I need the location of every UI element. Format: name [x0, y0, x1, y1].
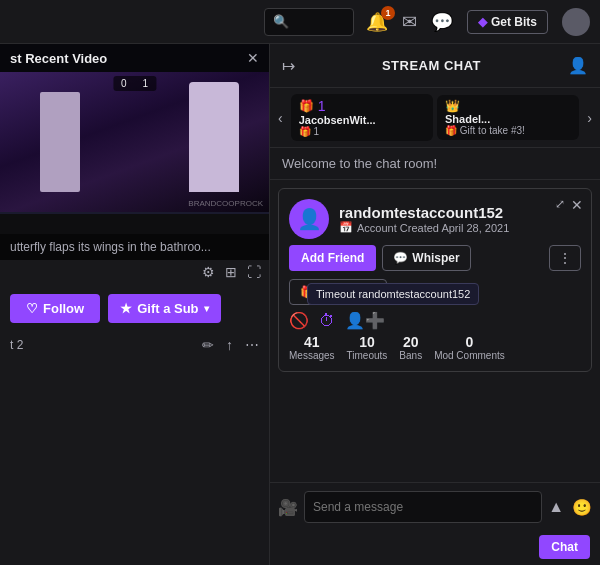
chat-send-button[interactable]: Chat — [539, 535, 590, 559]
get-bits-button[interactable]: ◆ Get Bits — [467, 10, 548, 34]
account-created-text: Account Created April 28, 2021 — [357, 222, 509, 234]
camera-icon[interactable]: 🎥 — [278, 498, 298, 517]
video-card-header: st Recent Video ✕ — [0, 44, 269, 72]
crown-icon-2: 👑 — [445, 99, 460, 113]
ban-history-icon[interactable]: 🚫 — [289, 311, 309, 330]
bottom-username: t 2 — [10, 338, 23, 352]
top-navigation: 🔍 🔔 1 ✉ 💬 ◆ Get Bits — [0, 0, 600, 44]
chat-button-label: Chat — [551, 540, 578, 554]
timeout-tooltip: Timeout randomtestaccount152 — [307, 283, 479, 305]
stats-row: 41 Messages 10 Timeouts 20 Bans 0 Mod Co… — [289, 334, 581, 361]
chat-input-icons: ▲ 🙂 — [548, 498, 592, 517]
stream-chat-title: STREAM CHAT — [382, 58, 481, 73]
stat-bans-label: Bans — [399, 350, 422, 361]
gift-donor-2: Shadel... — [445, 113, 571, 125]
user-card-username: randomtestaccount152 — [339, 204, 509, 221]
gift-badge-1: 1 — [318, 98, 326, 114]
chat-header: ↦ STREAM CHAT 👤 — [270, 44, 600, 88]
share-icon[interactable]: ↑ — [226, 337, 233, 353]
stat-mod-comments-number: 0 — [434, 334, 505, 350]
upload-icon[interactable]: ▲ — [548, 498, 564, 517]
chat-bottom-row: Chat — [270, 531, 600, 565]
action-buttons: Add Friend 💬 Whisper ⋮ — [289, 245, 581, 271]
main-area: st Recent Video ✕ 0 1 BRANDCOOPROCK utte… — [0, 44, 600, 565]
right-panel: ↦ STREAM CHAT 👤 ‹ 🎁 1 JacobsenWit... 🎁 1 — [270, 44, 600, 565]
video-caption: utterfly flaps its wings in the bathroo.… — [0, 234, 269, 260]
score-left: 0 — [121, 78, 127, 89]
follow-label: Follow — [43, 301, 84, 316]
more-options-button[interactable]: ⋮ — [549, 245, 581, 271]
search-bar[interactable]: 🔍 — [264, 8, 354, 36]
video-card: st Recent Video ✕ 0 1 BRANDCOOPROCK — [0, 44, 269, 214]
close-user-card-button[interactable]: ✕ — [571, 197, 583, 213]
stat-bans: 20 Bans — [399, 334, 422, 361]
chat-user-icon[interactable]: 👤 — [568, 56, 588, 75]
tooltip-row: 🚫 ⏱ 👤➕ Timeout randomtestaccount152 — [289, 311, 581, 330]
gift-sub-icon-1: 🎁 — [299, 126, 311, 137]
whisper-button[interactable]: 💬 Whisper — [382, 245, 470, 271]
gift-count-1: 🎁 1 — [299, 126, 425, 137]
notification-badge: 1 — [381, 6, 395, 20]
game-screenshot: 0 1 BRANDCOOPROCK — [0, 72, 269, 212]
stat-messages: 41 Messages — [289, 334, 335, 361]
chat-icon: 💬 — [431, 11, 453, 33]
gift-icon-2: 🎁 — [445, 125, 457, 136]
gift-donor-1: JacobsenWit... — [299, 114, 425, 126]
calendar-icon: 📅 — [339, 221, 353, 234]
nav-icons: 🔔 1 ✉ 💬 ◆ Get Bits — [366, 8, 590, 36]
chevron-down-icon: ▾ — [204, 303, 209, 314]
user-card: ⤢ ✕ 👤 randomtestaccount152 📅 Account Cre… — [278, 188, 592, 372]
envelope-icon: ✉ — [402, 11, 417, 33]
add-mod-icon[interactable]: 👤➕ — [345, 311, 385, 330]
whisper-label: Whisper — [412, 251, 459, 265]
video-card-title: st Recent Video — [10, 51, 107, 66]
gift-item-1: 🎁 1 JacobsenWit... 🎁 1 — [291, 94, 433, 141]
score-bar: 0 1 — [113, 76, 156, 91]
left-panel: st Recent Video ✕ 0 1 BRANDCOOPROCK utte… — [0, 44, 270, 565]
gift-sub-button[interactable]: ★ Gift a Sub ▾ — [108, 294, 220, 323]
follow-button[interactable]: ♡ Follow — [10, 294, 100, 323]
stat-bans-number: 20 — [399, 334, 422, 350]
score-right: 1 — [143, 78, 149, 89]
add-friend-button[interactable]: Add Friend — [289, 245, 376, 271]
layout-icon[interactable]: ⊞ — [225, 264, 237, 280]
crown-icon-1: 🎁 — [299, 99, 314, 113]
edit-icon[interactable]: ✏ — [202, 337, 214, 353]
get-bits-label: Get Bits — [491, 15, 537, 29]
chat-message-input[interactable] — [304, 491, 542, 523]
prev-gift-button[interactable]: ‹ — [274, 110, 287, 126]
gift-item-2: 👑 Shadel... 🎁 Gift to take #3! — [437, 95, 579, 140]
more-icon[interactable]: ⋯ — [245, 337, 259, 353]
bottom-actions: ♡ Follow ★ Gift a Sub ▾ — [0, 284, 269, 333]
emoji-icon[interactable]: 🙂 — [572, 498, 592, 517]
add-friend-label: Add Friend — [301, 251, 364, 265]
heart-icon: ♡ — [26, 301, 38, 316]
stat-mod-comments: 0 Mod Comments — [434, 334, 505, 361]
bottom-icons: ✏ ↑ ⋯ — [202, 337, 259, 353]
star-icon: ★ — [120, 301, 132, 316]
user-card-info: randomtestaccount152 📅 Account Created A… — [339, 204, 509, 234]
close-video-button[interactable]: ✕ — [247, 50, 259, 66]
whisper-button[interactable]: 💬 — [431, 11, 453, 33]
user-avatar[interactable] — [562, 8, 590, 36]
mod-icons: 🚫 ⏱ 👤➕ — [289, 311, 385, 330]
search-icon: 🔍 — [273, 14, 289, 29]
timeout-icon[interactable]: ⏱ — [319, 312, 335, 330]
expand-icon[interactable]: ⤢ — [555, 197, 565, 211]
whisper-icon: 💬 — [393, 251, 408, 265]
next-gift-button[interactable]: › — [583, 110, 596, 126]
video-controls: ⚙ ⊞ ⛶ — [0, 260, 269, 284]
user-card-avatar: 👤 — [289, 199, 329, 239]
chat-input-bar: 🎥 ▲ 🙂 — [270, 482, 600, 531]
user-card-created: 📅 Account Created April 28, 2021 — [339, 221, 509, 234]
settings-icon[interactable]: ⚙ — [202, 264, 215, 280]
notifications-button[interactable]: 🔔 1 — [366, 11, 388, 33]
stat-mod-comments-label: Mod Comments — [434, 350, 505, 361]
messages-button[interactable]: ✉ — [402, 11, 417, 33]
game-watermark: BRANDCOOPROCK — [188, 199, 263, 208]
back-icon[interactable]: ↦ — [282, 56, 295, 75]
fullscreen-icon[interactable]: ⛶ — [247, 264, 261, 280]
stat-messages-number: 41 — [289, 334, 335, 350]
stat-messages-label: Messages — [289, 350, 335, 361]
gift-num-2: 🎁 Gift to take #3! — [445, 125, 571, 136]
